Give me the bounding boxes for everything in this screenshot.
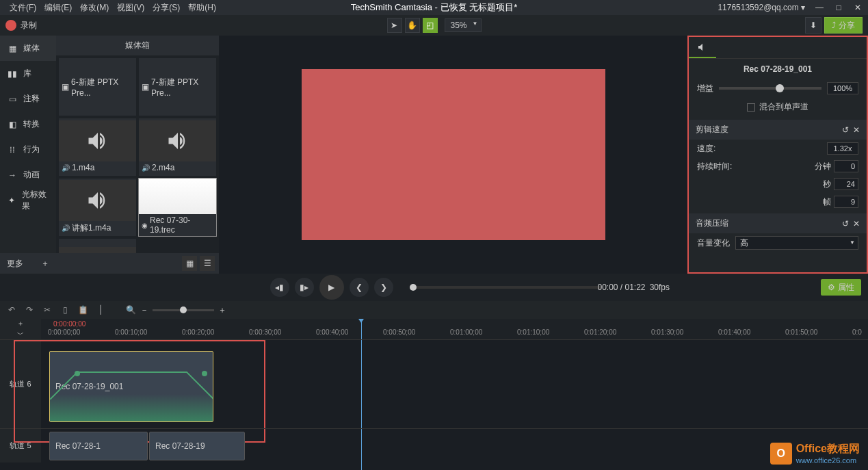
timeline-content[interactable]: Rec 07-28-19_001 Rec 07-28-1 Rec 07-28-1… <box>41 339 868 462</box>
menu-share[interactable]: 分享(S) <box>148 2 184 14</box>
media-item[interactable]: ▣6-新建 PPTX Pre... <box>59 58 136 116</box>
grid-view-button[interactable]: ▦ <box>182 256 197 271</box>
record-icon <box>5 20 16 31</box>
minimize-button[interactable]: — <box>815 3 824 12</box>
account-menu[interactable]: 1176513592@qq.com ▾ <box>718 3 805 12</box>
track-label[interactable]: 轨道 6 <box>0 339 41 428</box>
step-back-button[interactable]: ▮▸ <box>295 278 314 297</box>
remove-icon[interactable]: ✕ <box>853 125 860 135</box>
watermark-brand: Office教程网 <box>796 442 860 456</box>
audio-icon <box>59 247 136 253</box>
redo-button[interactable]: ↷ <box>23 304 36 316</box>
tab-media[interactable]: ▦媒体 <box>0 36 56 61</box>
tab-behaviors[interactable]: ⁞⁞行为 <box>0 137 56 162</box>
next-clip-button[interactable]: ❯ <box>374 278 393 297</box>
hand-tool[interactable]: ✋ <box>404 18 419 33</box>
maximize-button[interactable]: □ <box>834 3 843 12</box>
ruler-tick: 0:01:30;00 <box>651 328 683 336</box>
audio-tab[interactable] <box>689 37 716 58</box>
share-button[interactable]: ⤴ 分享 <box>824 17 863 34</box>
cut-button[interactable]: ✂ <box>41 304 53 316</box>
menu-modify[interactable]: 修改(M) <box>76 2 113 14</box>
media-item[interactable]: 🔊2.m4a <box>139 118 216 176</box>
playback-bar: ◂▮ ▮▸ ▶ ❮ ❯ 00:00 / 01:22 30fps ⚙属性 <box>0 274 868 301</box>
media-item[interactable] <box>59 239 136 253</box>
add-track-button[interactable]: ＋ <box>17 319 24 328</box>
undo-button[interactable]: ↶ <box>5 304 18 316</box>
tab-annotations[interactable]: ▭注释 <box>0 86 56 112</box>
mono-label: 混合到单声道 <box>759 101 808 113</box>
timeline-clip[interactable]: Rec 07-28-1 <box>49 432 148 460</box>
record-button[interactable]: 录制 <box>5 20 37 31</box>
timeline-clip[interactable]: Rec 07-28-19 <box>149 432 245 460</box>
canvas-stage[interactable] <box>219 36 687 274</box>
menu-view[interactable]: 视图(V) <box>113 2 148 14</box>
office-icon: O <box>770 443 792 465</box>
left-panel: ▦媒体 ▮▮库 ▭注释 ◧转换 ⁞⁞行为 →动画 ✦光标效果 更多＋ 媒体箱 ▣… <box>0 36 219 274</box>
gain-value[interactable]: 100% <box>827 82 858 94</box>
prev-frame-button[interactable]: ◂▮ <box>270 278 289 297</box>
animation-icon: → <box>7 170 18 180</box>
copy-button[interactable]: ▯ <box>59 304 71 316</box>
menu-file[interactable]: 文件(F) <box>5 2 40 14</box>
list-view-button[interactable]: ☰ <box>200 256 215 271</box>
tab-transitions[interactable]: ◧转换 <box>0 112 56 137</box>
media-item[interactable]: 🔊1.m4a <box>59 118 136 176</box>
properties-panel: Rec 07-28-19_001 增益 100% 混合到单声道 剪辑速度 ↺✕ … <box>687 36 868 274</box>
timeline-toolbar: ↶ ↷ ✂ ▯ 📋 ⎮ 🔍 － ＋ <box>0 301 868 319</box>
speed-section: 剪辑速度 ↺✕ <box>689 120 867 140</box>
media-bin-title: 媒体箱 <box>56 36 219 55</box>
tab-more[interactable]: 更多＋ <box>0 253 56 274</box>
ruler[interactable]: 0:00:00;00 0:00:00;000:00:10;000:00:20;0… <box>41 319 868 339</box>
remove-icon[interactable]: ✕ <box>853 219 860 229</box>
pointer-tool[interactable]: ➤ <box>386 18 402 33</box>
properties-button[interactable]: ⚙属性 <box>821 279 861 296</box>
split-button[interactable]: ⎮ <box>94 304 107 316</box>
watermark-url: www.office26.com <box>796 456 860 465</box>
ruler-tick: 0:01:50;00 <box>785 328 817 336</box>
toolbar: 录制 ➤ ✋ ◰ 35% ⬇ ⤴ 分享 <box>0 15 868 36</box>
zoom-slider[interactable] <box>153 309 214 311</box>
tab-library[interactable]: ▮▮库 <box>0 61 56 86</box>
zoom-select[interactable]: 35% <box>444 18 481 32</box>
media-item[interactable]: ▣7-新建 PPTX Pre... <box>139 58 216 116</box>
annotation-icon: ▭ <box>7 94 18 104</box>
timeline: ＋ ﹀ 0:00:00;00 0:00:00;000:00:10;000:00:… <box>0 319 868 470</box>
close-button[interactable]: ✕ <box>853 3 863 12</box>
frames-input[interactable]: 9 <box>834 196 858 208</box>
timeline-clip[interactable]: Rec 07-28-19_001 <box>49 351 213 422</box>
volume-select[interactable]: 高 <box>735 236 858 250</box>
seconds-input[interactable]: 24 <box>834 178 858 190</box>
media-item[interactable]: 🔊讲解1.m4a <box>59 179 136 236</box>
menu-edit[interactable]: 编辑(E) <box>40 2 76 14</box>
reset-icon[interactable]: ↺ <box>842 219 849 229</box>
media-item[interactable]: ◉Rec 07-30-19.trec <box>139 179 216 236</box>
media-grid: ▣6-新建 PPTX Pre... ▣7-新建 PPTX Pre... 🔊1.m… <box>56 55 219 253</box>
zoom-in-button[interactable]: ＋ <box>218 304 226 316</box>
audio-icon <box>139 120 216 161</box>
gear-icon: ⚙ <box>828 283 835 292</box>
zoom-out-button[interactable]: － <box>140 304 148 316</box>
menubar: 文件(F) 编辑(E) 修改(M) 视图(V) 分享(S) 帮助(H) Tech… <box>0 0 868 15</box>
prev-clip-button[interactable]: ❮ <box>350 278 369 297</box>
search-icon: 🔍 <box>126 305 136 315</box>
collapse-button[interactable]: ﹀ <box>17 330 24 339</box>
tab-cursor[interactable]: ✦光标效果 <box>0 187 56 213</box>
crop-tool[interactable]: ◰ <box>422 18 437 33</box>
playhead-time: 0:00:00;00 <box>53 320 86 328</box>
minutes-input[interactable]: 0 <box>834 160 858 172</box>
download-button[interactable]: ⬇ <box>805 17 821 34</box>
track-label[interactable]: 轨道 5 <box>0 428 41 462</box>
reset-icon[interactable]: ↺ <box>842 125 849 135</box>
tab-animations[interactable]: →动画 <box>0 162 56 187</box>
gain-slider[interactable] <box>719 87 821 90</box>
ruler-tick: 0:01:00;00 <box>450 328 482 336</box>
play-button[interactable]: ▶ <box>319 275 344 300</box>
mono-checkbox[interactable]: 混合到单声道 <box>689 97 867 117</box>
scrubber[interactable] <box>410 286 601 289</box>
speed-value[interactable]: 1.32x <box>827 142 858 155</box>
menu-help[interactable]: 帮助(H) <box>184 2 220 14</box>
paste-button[interactable]: 📋 <box>77 304 89 316</box>
transition-icon: ◧ <box>7 120 18 129</box>
window-title: TechSmith Camtasia - 已恢复 无标题项目* <box>351 1 517 14</box>
